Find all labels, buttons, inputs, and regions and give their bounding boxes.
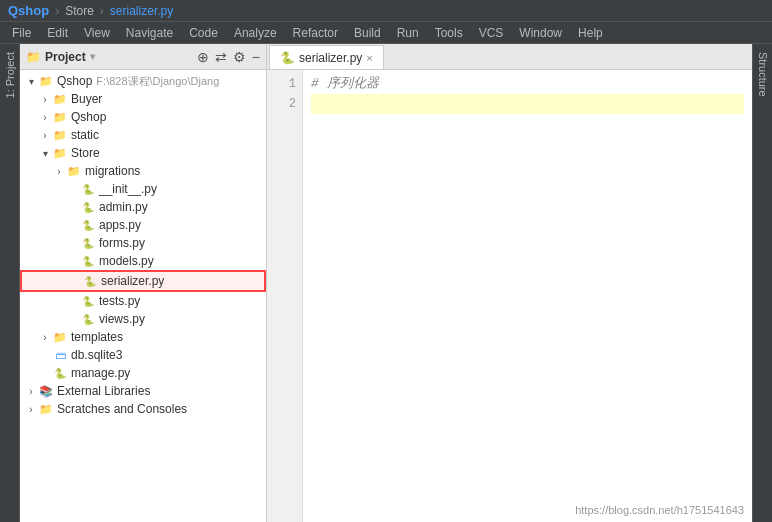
dropdown-arrow[interactable]: ▾ — [90, 51, 95, 62]
label-init: __init__.py — [99, 182, 157, 196]
py-icon-admin: 🐍 — [80, 199, 96, 215]
menu-vcs[interactable]: VCS — [471, 24, 512, 42]
menu-tools[interactable]: Tools — [427, 24, 471, 42]
arrow-external — [24, 386, 38, 397]
label-buyer: Buyer — [71, 92, 102, 106]
add-icon[interactable]: ⊕ — [197, 49, 209, 65]
menu-navigate[interactable]: Navigate — [118, 24, 181, 42]
menu-window[interactable]: Window — [511, 24, 570, 42]
comment-text: # 序列化器 — [311, 76, 379, 91]
arrow-qshop — [24, 76, 38, 87]
label-manage: manage.py — [71, 366, 130, 380]
menu-run[interactable]: Run — [389, 24, 427, 42]
tab-label: serializer.py — [299, 51, 362, 65]
tree-item-qshop-root[interactable]: 📁 Qshop F:\828课程\Django\Djang — [20, 72, 266, 90]
label-forms: forms.py — [99, 236, 145, 250]
label-migrations: migrations — [85, 164, 140, 178]
sep2: › — [100, 4, 104, 18]
arrow-qshop-folder — [38, 112, 52, 123]
tree-item-tests[interactable]: 🐍 tests.py — [20, 292, 266, 310]
tree-item-views[interactable]: 🐍 views.py — [20, 310, 266, 328]
py-icon-init: 🐍 — [80, 181, 96, 197]
arrow-static — [38, 130, 52, 141]
tree-item-db[interactable]: 🗃 db.sqlite3 — [20, 346, 266, 364]
tree-item-static[interactable]: 📁 static — [20, 126, 266, 144]
project-tree: 📁 Qshop F:\828课程\Django\Djang 📁 Buyer 📁 … — [20, 70, 266, 522]
left-tab-strip: 1: Project — [0, 44, 20, 522]
label-serializer: serializer.py — [101, 274, 164, 288]
editor-area: 🐍 serializer.py × 1 2 # 序列化器 https://blo… — [267, 44, 752, 522]
sync-icon[interactable]: ⇄ — [215, 49, 227, 65]
tab-py-icon: 🐍 — [280, 51, 295, 65]
py-icon-forms: 🐍 — [80, 235, 96, 251]
menu-build[interactable]: Build — [346, 24, 389, 42]
menu-code[interactable]: Code — [181, 24, 226, 42]
label-external: External Libraries — [57, 384, 150, 398]
tree-item-init[interactable]: 🐍 __init__.py — [20, 180, 266, 198]
line-num-1: 1 — [267, 74, 302, 94]
code-line-2 — [311, 94, 744, 114]
tree-item-templates[interactable]: 📁 templates — [20, 328, 266, 346]
structure-tab[interactable]: Structure — [754, 44, 772, 105]
folder-icon-templates: 📁 — [52, 329, 68, 345]
tree-item-admin[interactable]: 🐍 admin.py — [20, 198, 266, 216]
main-layout: 1: Project 📁 Project ▾ ⊕ ⇄ ⚙ − 📁 Qshop — [0, 44, 772, 522]
label-apps: apps.py — [99, 218, 141, 232]
menu-refactor[interactable]: Refactor — [285, 24, 346, 42]
menu-file[interactable]: File — [4, 24, 39, 42]
folder-icon-migrations: 📁 — [66, 163, 82, 179]
sidebar: 📁 Project ▾ ⊕ ⇄ ⚙ − 📁 Qshop F:\828课程\Dja… — [20, 44, 267, 522]
ext-icon: 📚 — [38, 383, 54, 399]
label-static: static — [71, 128, 99, 142]
tree-item-models[interactable]: 🐍 models.py — [20, 252, 266, 270]
label-scratches: Scratches and Consoles — [57, 402, 187, 416]
tree-item-store[interactable]: 📁 Store — [20, 144, 266, 162]
folder-icon: 📁 — [26, 50, 41, 64]
qshop-path: F:\828课程\Django\Djang — [96, 74, 219, 89]
sidebar-toolbar: ⊕ ⇄ ⚙ − — [197, 49, 260, 65]
py-icon-tests: 🐍 — [80, 293, 96, 309]
label-tests: tests.py — [99, 294, 140, 308]
right-tab-strip: Structure — [752, 44, 772, 522]
menu-help[interactable]: Help — [570, 24, 611, 42]
folder-icon-scratches: 📁 — [38, 401, 54, 417]
menu-analyze[interactable]: Analyze — [226, 24, 285, 42]
line-num-2: 2 — [267, 94, 302, 114]
tree-item-external[interactable]: 📚 External Libraries — [20, 382, 266, 400]
tree-item-apps[interactable]: 🐍 apps.py — [20, 216, 266, 234]
breadcrumb-file[interactable]: serializer.py — [110, 4, 173, 18]
menu-view[interactable]: View — [76, 24, 118, 42]
py-icon-models: 🐍 — [80, 253, 96, 269]
py-icon-views: 🐍 — [80, 311, 96, 327]
tree-item-qshop-folder[interactable]: 📁 Qshop — [20, 108, 266, 126]
empty-line — [311, 96, 319, 111]
tree-item-buyer[interactable]: 📁 Buyer — [20, 90, 266, 108]
editor-tab-serializer[interactable]: 🐍 serializer.py × — [269, 45, 384, 69]
label-templates: templates — [71, 330, 123, 344]
project-tab[interactable]: 1: Project — [1, 44, 19, 106]
label-qshop2: Qshop — [71, 110, 106, 124]
watermark: https://blog.csdn.net/h1751541643 — [575, 504, 744, 516]
label-views: views.py — [99, 312, 145, 326]
arrow-buyer — [38, 94, 52, 105]
label-db: db.sqlite3 — [71, 348, 122, 362]
folder-icon-buyer: 📁 — [52, 91, 68, 107]
tree-item-migrations[interactable]: 📁 migrations — [20, 162, 266, 180]
app-logo: Qshop — [8, 3, 49, 18]
tree-item-scratches[interactable]: 📁 Scratches and Consoles — [20, 400, 266, 418]
minimize-icon[interactable]: − — [252, 49, 260, 65]
folder-icon-qshop2: 📁 — [52, 109, 68, 125]
settings-icon[interactable]: ⚙ — [233, 49, 246, 65]
label-store: Store — [71, 146, 100, 160]
tree-item-forms[interactable]: 🐍 forms.py — [20, 234, 266, 252]
tree-item-manage[interactable]: 🐍 manage.py — [20, 364, 266, 382]
db-icon: 🗃 — [52, 347, 68, 363]
sidebar-title-label: Project — [45, 50, 86, 64]
editor-tabs: 🐍 serializer.py × — [267, 44, 752, 70]
breadcrumb-store[interactable]: Store — [65, 4, 94, 18]
tab-close-button[interactable]: × — [366, 52, 372, 64]
code-area[interactable]: # 序列化器 — [303, 70, 752, 522]
menu-edit[interactable]: Edit — [39, 24, 76, 42]
label-models: models.py — [99, 254, 154, 268]
tree-item-serializer[interactable]: 🐍 serializer.py — [20, 270, 266, 292]
